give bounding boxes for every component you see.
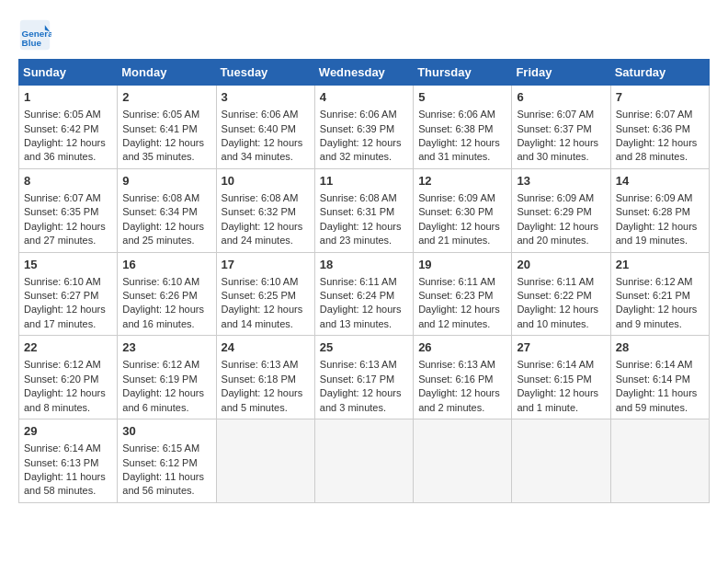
calendar-cell: 9Sunrise: 6:08 AMSunset: 6:34 PMDaylight… [118, 168, 216, 252]
sunset-text: Sunset: 6:15 PM [517, 373, 605, 386]
col-header-saturday: Saturday [610, 60, 709, 86]
day-number: 8 [24, 173, 112, 190]
sunset-text: Sunset: 6:22 PM [517, 289, 605, 303]
day-number: 30 [122, 423, 210, 440]
sunrise-text: Sunrise: 6:14 AM [24, 442, 112, 455]
sunrise-text: Sunrise: 6:13 AM [222, 358, 310, 372]
daylight-text: Daylight: 12 hours and 14 minutes. [222, 303, 310, 331]
col-header-monday: Monday [118, 60, 216, 86]
daylight-text: Daylight: 11 hours and 58 minutes. [24, 470, 112, 499]
daylight-text: Daylight: 12 hours and 19 minutes. [616, 220, 704, 248]
day-number: 23 [122, 339, 210, 356]
calendar-cell: 6Sunrise: 6:07 AMSunset: 6:37 PMDaylight… [512, 86, 610, 169]
calendar-cell [216, 419, 314, 503]
sunset-text: Sunset: 6:27 PM [24, 289, 112, 303]
sunrise-text: Sunrise: 6:09 AM [418, 191, 506, 205]
calendar-cell: 11Sunrise: 6:08 AMSunset: 6:31 PMDayligh… [314, 168, 413, 252]
day-number: 13 [517, 173, 605, 190]
sunrise-text: Sunrise: 6:14 AM [517, 358, 605, 372]
day-number: 5 [418, 89, 506, 106]
daylight-text: Daylight: 12 hours and 1 minute. [517, 386, 605, 415]
sunrise-text: Sunrise: 6:09 AM [517, 191, 605, 205]
calendar-cell [610, 419, 709, 503]
sunrise-text: Sunrise: 6:06 AM [222, 108, 310, 121]
sunset-text: Sunset: 6:34 PM [122, 205, 210, 219]
day-number: 1 [24, 89, 112, 106]
calendar-cell: 4Sunrise: 6:06 AMSunset: 6:39 PMDaylight… [314, 86, 413, 169]
daylight-text: Daylight: 12 hours and 32 minutes. [320, 136, 408, 165]
sunset-text: Sunset: 6:42 PM [24, 122, 112, 136]
calendar-cell: 1Sunrise: 6:05 AMSunset: 6:42 PMDaylight… [19, 86, 118, 169]
daylight-text: Daylight: 12 hours and 21 minutes. [418, 220, 506, 248]
daylight-text: Daylight: 12 hours and 8 minutes. [24, 386, 112, 415]
sunset-text: Sunset: 6:37 PM [517, 122, 605, 136]
calendar-cell: 5Sunrise: 6:06 AMSunset: 6:38 PMDaylight… [414, 86, 512, 169]
sunset-text: Sunset: 6:18 PM [222, 373, 310, 386]
calendar: SundayMondayTuesdayWednesdayThursdayFrid… [18, 59, 710, 503]
sunset-text: Sunset: 6:41 PM [122, 122, 210, 136]
calendar-cell: 24Sunrise: 6:13 AMSunset: 6:18 PMDayligh… [216, 336, 314, 419]
calendar-cell [512, 419, 610, 503]
calendar-cell: 27Sunrise: 6:14 AMSunset: 6:15 PMDayligh… [512, 336, 610, 419]
daylight-text: Daylight: 12 hours and 27 minutes. [24, 220, 112, 248]
day-number: 7 [616, 89, 704, 106]
day-number: 21 [616, 257, 704, 273]
day-number: 12 [418, 173, 506, 190]
calendar-cell: 8Sunrise: 6:07 AMSunset: 6:35 PMDaylight… [19, 168, 118, 252]
sunrise-text: Sunrise: 6:11 AM [418, 275, 506, 289]
col-header-friday: Friday [512, 60, 610, 86]
day-number: 10 [222, 173, 310, 190]
calendar-cell: 23Sunrise: 6:12 AMSunset: 6:19 PMDayligh… [118, 336, 216, 419]
daylight-text: Daylight: 12 hours and 25 minutes. [122, 220, 210, 248]
day-number: 20 [517, 257, 605, 273]
sunset-text: Sunset: 6:20 PM [24, 373, 112, 386]
sunrise-text: Sunrise: 6:08 AM [122, 191, 210, 205]
sunrise-text: Sunrise: 6:09 AM [616, 191, 704, 205]
daylight-text: Daylight: 12 hours and 35 minutes. [122, 136, 210, 165]
calendar-row-week-2: 8Sunrise: 6:07 AMSunset: 6:35 PMDaylight… [19, 168, 710, 252]
sunrise-text: Sunrise: 6:08 AM [320, 191, 408, 205]
daylight-text: Daylight: 12 hours and 10 minutes. [517, 303, 605, 331]
sunset-text: Sunset: 6:24 PM [320, 289, 408, 303]
svg-text:Blue: Blue [22, 38, 42, 48]
sunset-text: Sunset: 6:13 PM [24, 456, 112, 470]
col-header-sunday: Sunday [19, 60, 118, 86]
logo: General Blue [18, 18, 57, 52]
daylight-text: Daylight: 12 hours and 17 minutes. [24, 303, 112, 331]
sunrise-text: Sunrise: 6:13 AM [320, 358, 408, 372]
daylight-text: Daylight: 12 hours and 24 minutes. [222, 220, 310, 248]
daylight-text: Daylight: 12 hours and 6 minutes. [122, 386, 210, 415]
sunrise-text: Sunrise: 6:11 AM [320, 275, 408, 289]
sunset-text: Sunset: 6:30 PM [418, 205, 506, 219]
day-number: 19 [418, 257, 506, 273]
day-number: 4 [320, 89, 408, 106]
calendar-cell: 19Sunrise: 6:11 AMSunset: 6:23 PMDayligh… [414, 252, 512, 336]
day-number: 27 [517, 339, 605, 356]
day-number: 15 [24, 257, 112, 273]
day-number: 14 [616, 173, 704, 190]
calendar-cell: 16Sunrise: 6:10 AMSunset: 6:26 PMDayligh… [118, 252, 216, 336]
day-number: 25 [320, 339, 408, 356]
sunset-text: Sunset: 6:35 PM [24, 205, 112, 219]
calendar-cell: 18Sunrise: 6:11 AMSunset: 6:24 PMDayligh… [314, 252, 413, 336]
calendar-cell: 12Sunrise: 6:09 AMSunset: 6:30 PMDayligh… [414, 168, 512, 252]
daylight-text: Daylight: 12 hours and 16 minutes. [122, 303, 210, 331]
calendar-cell: 3Sunrise: 6:06 AMSunset: 6:40 PMDaylight… [216, 86, 314, 169]
calendar-cell: 10Sunrise: 6:08 AMSunset: 6:32 PMDayligh… [216, 168, 314, 252]
sunset-text: Sunset: 6:32 PM [222, 205, 310, 219]
day-number: 28 [616, 339, 704, 356]
sunset-text: Sunset: 6:16 PM [418, 373, 506, 386]
daylight-text: Daylight: 12 hours and 12 minutes. [418, 303, 506, 331]
daylight-text: Daylight: 12 hours and 23 minutes. [320, 220, 408, 248]
sunrise-text: Sunrise: 6:13 AM [418, 358, 506, 372]
sunrise-text: Sunrise: 6:12 AM [24, 358, 112, 372]
col-header-thursday: Thursday [414, 60, 512, 86]
calendar-row-week-5: 29Sunrise: 6:14 AMSunset: 6:13 PMDayligh… [19, 419, 710, 503]
calendar-cell: 14Sunrise: 6:09 AMSunset: 6:28 PMDayligh… [610, 168, 709, 252]
calendar-cell: 22Sunrise: 6:12 AMSunset: 6:20 PMDayligh… [19, 336, 118, 419]
sunrise-text: Sunrise: 6:11 AM [517, 275, 605, 289]
sunrise-text: Sunrise: 6:05 AM [122, 108, 210, 121]
calendar-cell: 25Sunrise: 6:13 AMSunset: 6:17 PMDayligh… [314, 336, 413, 419]
calendar-cell: 2Sunrise: 6:05 AMSunset: 6:41 PMDaylight… [118, 86, 216, 169]
sunrise-text: Sunrise: 6:06 AM [320, 108, 408, 121]
